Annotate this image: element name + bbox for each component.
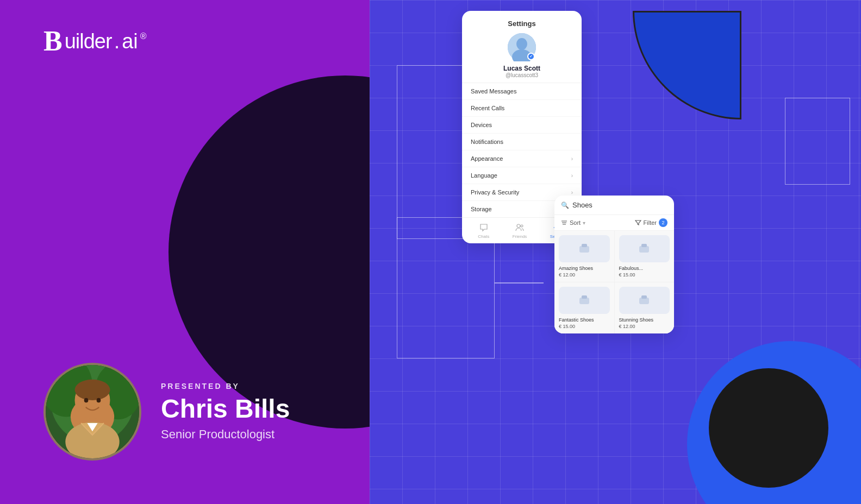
product-price-3: € 15.00	[559, 324, 610, 329]
settings-title: Settings	[471, 20, 573, 28]
shop-card: 🔍 Shoes Sort ▾ Filter 2	[554, 196, 674, 333]
svg-point-14	[521, 225, 523, 227]
settings-card-header: Settings Lucas Scott @lucasscott3	[462, 11, 582, 83]
filter-button[interactable]: Filter 2	[635, 218, 667, 227]
presenter-title: Senior Productologist	[161, 427, 290, 442]
svg-point-13	[517, 224, 520, 228]
menu-item-notifications[interactable]: Notifications	[462, 134, 582, 150]
product-name-3: Fantastic Shoes	[559, 317, 610, 323]
product-image-1	[559, 235, 610, 262]
shop-toolbar: Sort ▾ Filter 2	[554, 215, 674, 231]
logo: B uilder . ai ®	[43, 27, 326, 55]
connection-line-2	[495, 282, 544, 284]
search-icon: 🔍	[561, 201, 569, 209]
menu-item-devices[interactable]: Devices	[462, 117, 582, 134]
settings-user-handle: @lucasscott3	[471, 72, 573, 78]
right-panel: Settings Lucas Scott @lucasscott3 Saved …	[370, 0, 861, 504]
presenter-info: PRESENTED BY Chris Bills Senior Producto…	[161, 382, 290, 442]
svg-point-8	[97, 398, 101, 403]
svg-point-11	[516, 38, 527, 50]
left-panel: B uilder . ai ®	[0, 0, 370, 504]
filter-label: Filter	[644, 219, 657, 226]
svg-rect-20	[582, 244, 587, 247]
sort-label: Sort	[570, 219, 581, 226]
product-price-4: € 12.00	[619, 324, 670, 329]
svg-rect-22	[641, 244, 647, 247]
svg-point-6	[75, 380, 110, 400]
logo-ai: ai	[122, 30, 138, 53]
user-avatar	[508, 33, 536, 61]
product-price-1: € 12.00	[559, 272, 610, 278]
nav-tab-friends[interactable]: Friends	[513, 222, 527, 239]
menu-item-language[interactable]: Language ›	[462, 167, 582, 184]
product-image-4	[619, 287, 670, 314]
filter-count-badge: 2	[659, 218, 667, 227]
product-image-3	[559, 287, 610, 314]
logo-reg: ®	[140, 32, 147, 41]
product-price-2: € 15.00	[619, 272, 670, 278]
shop-item-2[interactable]: Fabulous... € 15.00	[615, 231, 675, 282]
avatar	[43, 363, 141, 461]
shop-item-1[interactable]: Amazing Shoes € 12.00	[554, 231, 614, 282]
chevron-icon: ›	[571, 156, 573, 162]
nav-tab-chats[interactable]: Chats	[478, 222, 489, 239]
avatar-verified-badge	[527, 53, 535, 60]
chats-tab-label: Chats	[478, 234, 489, 239]
menu-item-saved-messages[interactable]: Saved Messages	[462, 83, 582, 100]
sort-chevron-icon: ▾	[583, 220, 585, 226]
menu-item-recent-calls[interactable]: Recent Calls	[462, 100, 582, 117]
wire-frame-right	[785, 98, 850, 185]
logo-area: B uilder . ai ®	[0, 0, 370, 83]
chevron-icon: ›	[571, 173, 573, 179]
svg-rect-26	[641, 295, 647, 299]
friends-tab-label: Friends	[513, 234, 527, 239]
settings-user-name: Lucas Scott	[471, 65, 573, 72]
product-name-4: Stunning Shoes	[619, 317, 670, 323]
shop-search-bar[interactable]: 🔍 Shoes	[554, 196, 674, 215]
chevron-icon: ›	[571, 190, 573, 196]
presented-by-label: PRESENTED BY	[161, 382, 290, 390]
logo-b-letter: B	[43, 27, 63, 55]
shop-item-3[interactable]: Fantastic Shoes € 15.00	[554, 282, 614, 333]
product-name-2: Fabulous...	[619, 266, 670, 271]
menu-item-appearance[interactable]: Appearance ›	[462, 150, 582, 167]
product-image-2	[619, 235, 670, 262]
search-query: Shoes	[572, 201, 592, 209]
svg-point-7	[84, 398, 89, 403]
presenter-area: PRESENTED BY Chris Bills Senior Producto…	[0, 363, 370, 504]
sort-button[interactable]: Sort ▾	[561, 219, 585, 226]
friends-icon	[514, 222, 525, 233]
small-circle-shape	[709, 368, 828, 488]
chats-icon	[478, 222, 489, 233]
presenter-name: Chris Bills	[161, 395, 290, 424]
logo-dot: .	[114, 30, 120, 53]
product-name-1: Amazing Shoes	[559, 266, 610, 271]
shop-item-4[interactable]: Stunning Shoes € 12.00	[615, 282, 675, 333]
shop-product-grid: Amazing Shoes € 12.00 Fabulous... € 15.0…	[554, 231, 674, 333]
logo-text: uilder	[65, 30, 112, 53]
svg-rect-24	[582, 295, 587, 299]
